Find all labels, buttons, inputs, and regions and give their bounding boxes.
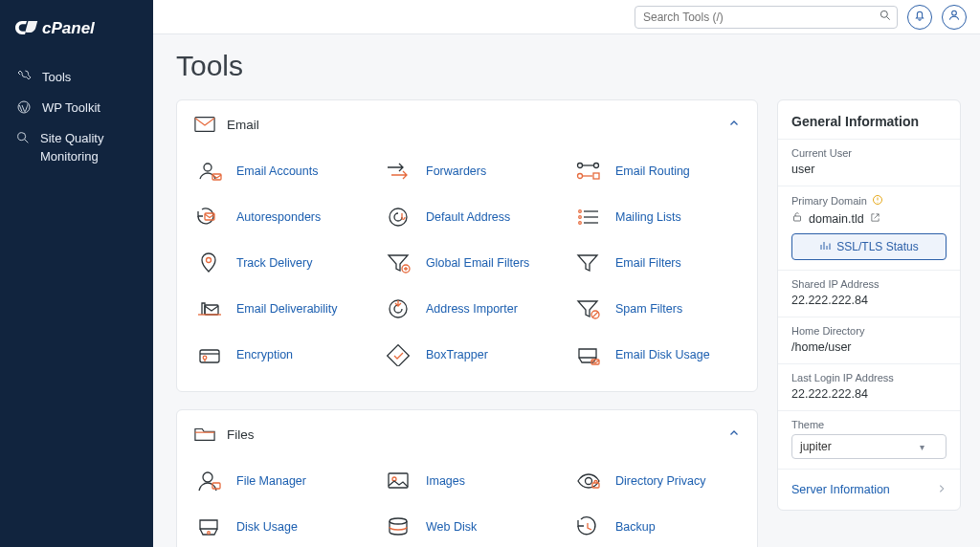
svg-point-16 [579, 222, 582, 225]
sidebar-item-wp-toolkit[interactable]: WP Toolkit [4, 92, 149, 122]
notifications-button[interactable] [907, 5, 932, 30]
default-address-icon [384, 204, 414, 230]
tool-email-disk-usage[interactable]: Email Disk Usage [562, 332, 751, 378]
tool-global-email-filters[interactable]: Global Email Filters [372, 240, 562, 286]
section-grid: File Manager Images Directory Privacy Di… [177, 454, 757, 547]
section-header: Email [177, 100, 757, 144]
info-shared-ip: Shared IP Address 22.222.222.84 [778, 271, 960, 317]
email-accounts-icon [194, 158, 225, 185]
svg-rect-39 [794, 216, 801, 221]
tool-forwarders[interactable]: Forwarders [372, 148, 562, 194]
panel-title: General Information [778, 100, 960, 140]
tool-images[interactable]: Images [372, 458, 562, 504]
wrench-icon [15, 69, 33, 84]
tool-label: Address Importer [426, 301, 518, 317]
ssl-status-button[interactable]: SSL/TLS Status [791, 233, 947, 260]
general-info-panel: General Information Current User user Pr… [777, 99, 961, 511]
svg-point-8 [578, 164, 583, 168]
brand-logo: cPanel [0, 0, 153, 55]
tool-encryption[interactable]: Encryption [183, 332, 372, 378]
collapse-toggle[interactable] [728, 426, 740, 443]
svg-point-26 [203, 472, 212, 482]
sidebar-item-site-quality[interactable]: Site Quality Monitoring [4, 122, 149, 174]
track-delivery-icon [194, 250, 225, 276]
sidebar-item-label: Tools [42, 70, 71, 84]
info-value: 22.222.222.84 [791, 387, 947, 401]
search-wrap [635, 6, 898, 29]
svg-point-3 [880, 11, 887, 17]
domain-link[interactable]: domain.tld [809, 212, 864, 226]
tool-email-accounts[interactable]: Email Accounts [183, 148, 372, 194]
tool-track-delivery[interactable]: Track Delivery [183, 240, 372, 286]
chevron-up-icon [728, 426, 740, 442]
tool-directory-privacy[interactable]: Directory Privacy [562, 458, 751, 504]
mailing-lists-icon [573, 204, 604, 230]
tool-email-filters[interactable]: Email Filters [562, 240, 751, 286]
info-value: user [791, 163, 947, 176]
svg-point-2 [18, 133, 26, 141]
email-filters-icon [573, 250, 604, 276]
sidebar-item-tools[interactable]: Tools [4, 61, 149, 92]
page-title: Tools [176, 50, 961, 82]
server-information-link[interactable]: Server Information [778, 470, 960, 510]
tool-label: Autoresponders [236, 209, 321, 225]
svg-point-13 [390, 208, 407, 226]
tool-label: Encryption [236, 347, 293, 362]
user-icon [947, 9, 961, 26]
address-importer-icon [384, 295, 414, 322]
section-files: Files File Manager Images Directory Priv… [176, 409, 758, 547]
tool-label: Global Email Filters [426, 255, 529, 271]
email-deliverability-icon [194, 295, 225, 322]
email-disk-usage-icon [573, 341, 604, 368]
tool-label: Backup [615, 519, 656, 535]
section-email: Email Email Accounts Forwarders Email Ro… [176, 99, 758, 392]
tool-autoresponders[interactable]: Autoresponders [183, 194, 372, 240]
tool-label: File Manager [236, 473, 306, 489]
tool-backup[interactable]: Backup [562, 504, 751, 547]
chart-bar-icon [819, 240, 831, 254]
tool-label: Email Deliverability [236, 301, 338, 317]
tool-boxtrapper[interactable]: BoxTrapper [372, 332, 562, 378]
tool-disk-usage[interactable]: Disk Usage [183, 504, 372, 547]
section-header: Files [177, 410, 757, 454]
theme-select[interactable]: jupiter ▾ [791, 434, 947, 459]
tool-label: Email Routing [615, 164, 690, 179]
tool-label: Mailing Lists [615, 209, 681, 225]
svg-rect-11 [593, 173, 599, 179]
search-input[interactable] [635, 6, 898, 29]
web-disk-icon [384, 514, 414, 540]
boxtrapper-icon [384, 341, 414, 368]
chevron-right-icon [937, 483, 947, 496]
svg-point-32 [208, 532, 211, 535]
tool-address-importer[interactable]: Address Importer [372, 286, 562, 332]
sidebar-item-label: Site Quality Monitoring [40, 130, 138, 166]
svg-text:cPanel: cPanel [42, 19, 96, 37]
tool-label: Email Filters [615, 255, 681, 271]
disk-usage-icon [194, 514, 225, 540]
sidebar-nav: Tools WP Toolkit Site Quality Monitoring [0, 55, 153, 180]
tool-spam-filters[interactable]: Spam Filters [562, 286, 751, 332]
tool-mailing-lists[interactable]: Mailing Lists [562, 194, 751, 240]
svg-rect-22 [200, 350, 219, 362]
account-button[interactable] [942, 5, 967, 30]
tool-email-routing[interactable]: Email Routing [562, 148, 751, 194]
tool-label: Disk Usage [236, 519, 298, 535]
tool-file-manager[interactable]: File Manager [183, 458, 372, 504]
svg-rect-19 [205, 305, 218, 315]
magnifier-icon [15, 130, 31, 145]
external-link-icon [870, 212, 880, 226]
collapse-toggle[interactable] [728, 116, 740, 133]
tool-email-deliverability[interactable]: Email Deliverability [183, 286, 372, 332]
svg-point-17 [207, 258, 212, 263]
svg-point-33 [390, 518, 407, 524]
info-theme: Theme jupiter ▾ [778, 411, 960, 470]
tool-default-address[interactable]: Default Address [372, 194, 562, 240]
domain-row: domain.tld [791, 211, 947, 226]
info-current-user: Current User user [778, 140, 960, 186]
svg-point-4 [952, 11, 957, 15]
svg-point-14 [579, 210, 582, 213]
info-label: Theme [791, 419, 947, 430]
tool-label: Spam Filters [615, 301, 682, 317]
tool-label: Track Delivery [236, 255, 312, 271]
tool-web-disk[interactable]: Web Disk [372, 504, 562, 547]
